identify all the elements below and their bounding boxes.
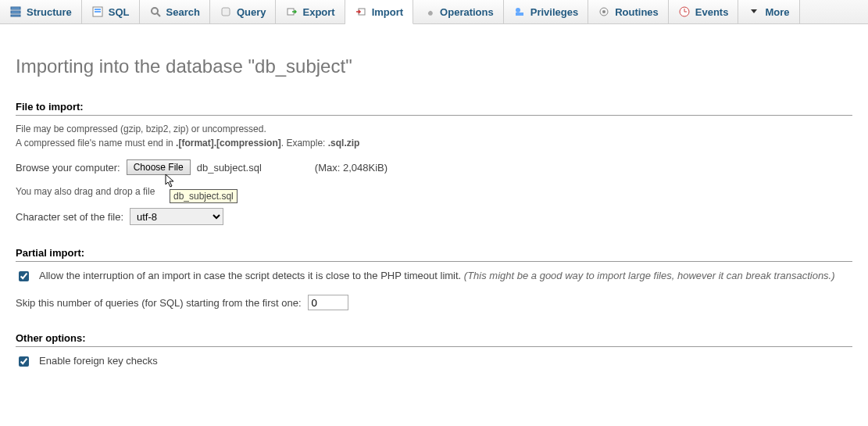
- svg-rect-4: [95, 9, 101, 10]
- svg-rect-0: [11, 7, 20, 9]
- tab-label: More: [765, 6, 789, 18]
- tab-label: Query: [237, 6, 266, 18]
- tab-events[interactable]: Events: [669, 0, 739, 23]
- section-file-import: File to import:: [16, 101, 852, 116]
- query-icon: [220, 5, 232, 18]
- tab-label: Structure: [27, 6, 72, 18]
- svg-rect-2: [11, 15, 20, 16]
- skip-input[interactable]: [308, 295, 348, 310]
- selected-filename: db_subject.sql: [197, 162, 262, 174]
- tab-bar: Structure SQL Search Query Export Import…: [0, 0, 868, 24]
- tab-privileges[interactable]: Privileges: [504, 0, 588, 23]
- tab-operations[interactable]: Operations: [413, 0, 504, 23]
- tab-label: Search: [166, 6, 200, 18]
- clock-icon: [678, 5, 691, 18]
- fk-checkbox[interactable]: [19, 356, 29, 367]
- tab-label: SQL: [109, 6, 130, 18]
- tab-label: Routines: [615, 6, 659, 18]
- compress-note-1: File may be compressed (gzip, bzip2, zip…: [16, 124, 852, 134]
- svg-point-6: [152, 8, 158, 14]
- import-icon: [355, 5, 367, 18]
- skip-row: Skip this number of queries (for SQL) st…: [16, 295, 852, 310]
- charset-row: Character set of the file: utf-8: [16, 208, 852, 225]
- allow-interrupt-checkbox[interactable]: [19, 271, 29, 281]
- svg-rect-1: [11, 11, 20, 13]
- allow-interrupt-row: Allow the interruption of an import in c…: [16, 270, 852, 284]
- main-content: Importing into the database "db_subject"…: [0, 24, 868, 392]
- skip-label: Skip this number of queries (for SQL) st…: [16, 297, 302, 309]
- charset-label: Character set of the file:: [16, 211, 123, 223]
- tab-sql[interactable]: SQL: [82, 0, 140, 23]
- tab-label: Operations: [440, 6, 494, 18]
- tab-label: Export: [302, 6, 334, 18]
- structure-icon: [9, 5, 22, 18]
- tab-structure[interactable]: Structure: [0, 0, 82, 23]
- privileges-icon: [513, 5, 526, 18]
- chevron-down-icon: [748, 5, 760, 18]
- tab-routines[interactable]: Routines: [588, 0, 669, 23]
- section-other-options: Other options:: [16, 332, 852, 347]
- choose-file-button[interactable]: Choose File: [127, 159, 191, 175]
- svg-point-11: [516, 8, 520, 13]
- svg-rect-8: [222, 8, 230, 16]
- tab-label: Events: [695, 6, 729, 18]
- tab-label: Import: [372, 6, 403, 18]
- tab-export[interactable]: Export: [276, 0, 345, 23]
- compress-note-2: A compressed file's name must end in .[f…: [16, 138, 852, 149]
- tab-label: Privileges: [530, 6, 578, 18]
- wrench-icon: [423, 5, 435, 18]
- fk-label: Enable foreign key checks: [39, 355, 158, 367]
- dragdrop-note: You may also drag and drop a file: [16, 186, 852, 197]
- charset-select[interactable]: utf-8: [130, 208, 223, 225]
- file-tooltip: db_subject.sql: [170, 189, 238, 203]
- tab-query[interactable]: Query: [210, 0, 277, 23]
- browse-row: Browse your computer: Choose File db_sub…: [16, 159, 852, 175]
- routines-icon: [598, 5, 610, 18]
- fk-row: Enable foreign key checks: [16, 355, 852, 369]
- tab-import[interactable]: Import: [345, 0, 413, 24]
- svg-rect-12: [516, 13, 523, 16]
- tab-search[interactable]: Search: [140, 0, 210, 23]
- export-icon: [285, 5, 298, 18]
- page-title: Importing into the database "db_subject": [16, 55, 852, 77]
- allow-interrupt-label: Allow the interruption of an import in c…: [39, 270, 835, 281]
- browse-label: Browse your computer:: [16, 162, 120, 174]
- tab-more[interactable]: More: [738, 0, 799, 23]
- max-size: (Max: 2,048KiB): [315, 162, 388, 174]
- svg-line-7: [157, 13, 160, 16]
- svg-rect-5: [95, 11, 101, 13]
- svg-point-14: [602, 10, 605, 13]
- sql-icon: [91, 5, 104, 18]
- section-partial-import: Partial import:: [16, 247, 852, 262]
- search-icon: [149, 5, 162, 18]
